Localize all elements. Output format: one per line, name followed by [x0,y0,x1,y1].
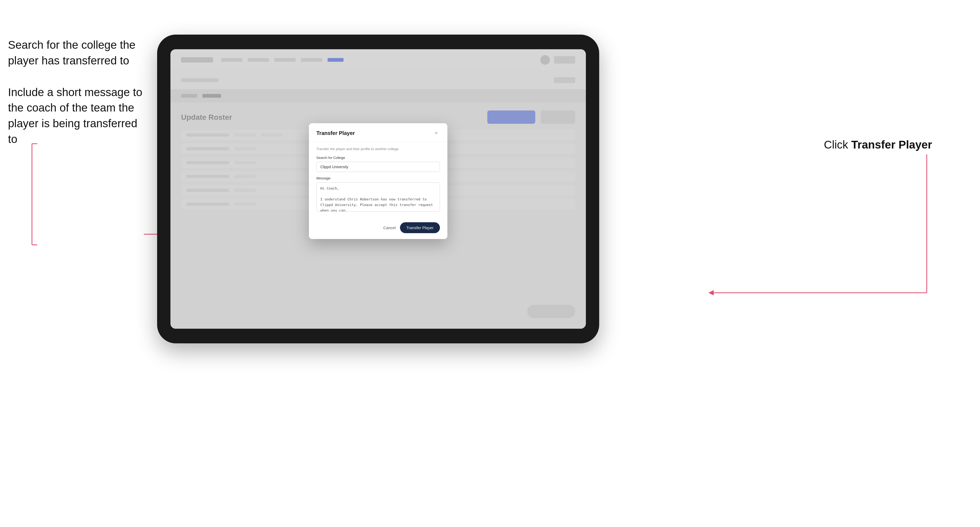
dialog-footer: Cancel Transfer Player [309,218,447,239]
transfer-player-dialog: Transfer Player × Transfer the player an… [309,123,447,239]
annotation-left: Search for the college the player has tr… [8,37,146,147]
cancel-button[interactable]: Cancel [383,225,396,230]
transfer-player-button[interactable]: Transfer Player [400,222,440,233]
annotation-right: Click Transfer Player [824,138,932,151]
message-textarea[interactable] [317,182,440,211]
search-college-label: Search for College [317,156,440,160]
annotation-transfer-bold: Transfer Player [851,138,932,151]
close-icon: × [435,130,438,136]
dialog-close-button[interactable]: × [433,130,440,137]
dialog-body: Transfer the player and their profile to… [309,141,447,218]
tablet-screen: Update Roster [170,49,586,329]
modal-overlay: Transfer Player × Transfer the player an… [170,49,586,329]
message-label: Message [317,176,440,180]
dialog-header: Transfer Player × [309,123,447,141]
search-college-input[interactable] [317,162,440,172]
annotation-message-text: Include a short message to the coach of … [8,86,142,145]
svg-marker-7 [708,290,714,295]
annotation-search-text: Search for the college the player has tr… [8,39,135,67]
dialog-subtitle: Transfer the player and their profile to… [317,147,440,151]
annotation-click-text: Click [824,138,851,151]
dialog-title: Transfer Player [317,130,355,136]
tablet-frame: Update Roster [157,35,599,343]
